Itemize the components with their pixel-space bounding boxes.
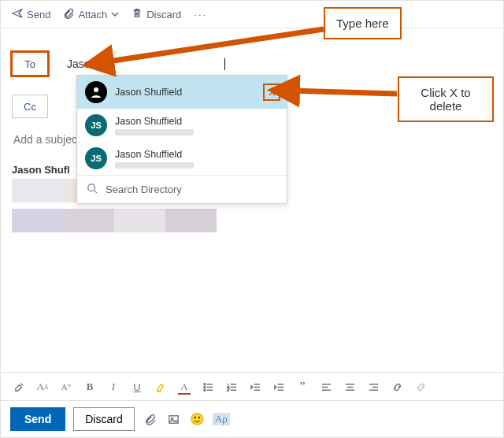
- font-size-grow-icon[interactable]: AA: [34, 378, 51, 395]
- svg-point-2: [203, 383, 205, 384]
- arrow-to-x: [283, 83, 409, 106]
- suggestion-name: Jason Shuffield: [115, 116, 194, 127]
- suggestion-subtext: [115, 162, 194, 169]
- cc-button[interactable]: Cc: [12, 95, 48, 118]
- font-color-icon[interactable]: A: [176, 378, 193, 395]
- action-bar: Send Discard 🙂 Aρ: [1, 400, 503, 437]
- align-right-icon[interactable]: [365, 378, 382, 395]
- search-icon: [87, 183, 98, 196]
- svg-rect-5: [169, 415, 178, 422]
- align-center-icon[interactable]: [341, 378, 358, 395]
- discard-label: Discard: [146, 9, 181, 20]
- remove-suggestion-button[interactable]: [263, 84, 280, 101]
- send-command[interactable]: Send: [7, 5, 55, 24]
- annotation-type-here: Type here: [324, 7, 402, 39]
- highlight-color-icon[interactable]: [152, 378, 169, 395]
- quote-icon[interactable]: ”: [294, 378, 311, 395]
- svg-line-8: [289, 91, 397, 94]
- align-left-icon[interactable]: [317, 378, 335, 395]
- annotation-click-x: Click X to delete: [398, 76, 494, 122]
- underline-button[interactable]: U: [128, 378, 146, 395]
- recipient-suggestions: Jason Shuffield JS Jason Shuffield JS Ja…: [76, 75, 287, 204]
- send-label: Send: [27, 9, 50, 20]
- arrow-to-input: [95, 24, 332, 80]
- suggestion-item[interactable]: Jason Shuffield: [77, 76, 287, 109]
- compose-window: Send Attach Discard ··· To Jason: [0, 0, 504, 438]
- outdent-icon[interactable]: [246, 378, 264, 395]
- suggestion-item[interactable]: JS Jason Shuffield: [77, 142, 287, 175]
- svg-line-7: [103, 29, 324, 62]
- chevron-down-icon: [111, 9, 119, 20]
- suggestion-name: Jason Shuffield: [115, 149, 194, 160]
- italic-button[interactable]: I: [105, 378, 122, 395]
- avatar-initials: JS: [85, 114, 107, 136]
- suggestion-subtext: [115, 129, 194, 135]
- more-commands[interactable]: ···: [189, 6, 212, 24]
- suggestion-text: Jason Shuffield: [115, 87, 182, 98]
- font-size-shrink-icon[interactable]: A°: [57, 378, 75, 395]
- bulleted-list-icon[interactable]: [199, 378, 217, 395]
- suggestion-name: Jason Shuffield: [115, 87, 182, 98]
- svg-point-3: [203, 386, 205, 388]
- avatar-icon: [85, 81, 107, 103]
- attach-action-icon[interactable]: [143, 411, 158, 427]
- attach-label: Attach: [78, 9, 107, 20]
- suggestion-text: Jason Shuffield: [115, 149, 194, 169]
- indent-icon[interactable]: [270, 378, 287, 395]
- paint-format-icon[interactable]: [10, 378, 28, 395]
- trash-icon: [132, 8, 143, 21]
- emoji-action-icon[interactable]: 🙂: [190, 411, 206, 427]
- send-button[interactable]: Send: [10, 407, 65, 431]
- picture-action-icon[interactable]: [166, 411, 182, 427]
- paperclip-icon: [63, 8, 74, 21]
- search-directory-label: Search Directory: [106, 184, 182, 195]
- suggestion-text: Jason Shuffield: [115, 116, 194, 135]
- svg-point-4: [203, 389, 205, 391]
- search-directory[interactable]: Search Directory: [77, 176, 287, 203]
- attach-command[interactable]: Attach: [58, 5, 124, 24]
- link-icon[interactable]: [388, 378, 406, 395]
- format-toggle-icon[interactable]: Aρ: [213, 411, 229, 427]
- formatting-toolbar: AA A° B I U A ”: [1, 372, 503, 401]
- discard-button[interactable]: Discard: [73, 407, 134, 431]
- send-icon: [12, 8, 23, 21]
- avatar-initials: JS: [85, 147, 107, 169]
- to-button[interactable]: To: [12, 52, 48, 76]
- bold-button[interactable]: B: [81, 378, 98, 395]
- unlink-icon[interactable]: [412, 378, 429, 395]
- discard-command[interactable]: Discard: [127, 5, 186, 24]
- numbered-list-icon[interactable]: [223, 378, 240, 395]
- svg-point-1: [88, 184, 95, 191]
- suggestion-item[interactable]: JS Jason Shuffield: [77, 109, 287, 142]
- svg-point-0: [94, 87, 98, 92]
